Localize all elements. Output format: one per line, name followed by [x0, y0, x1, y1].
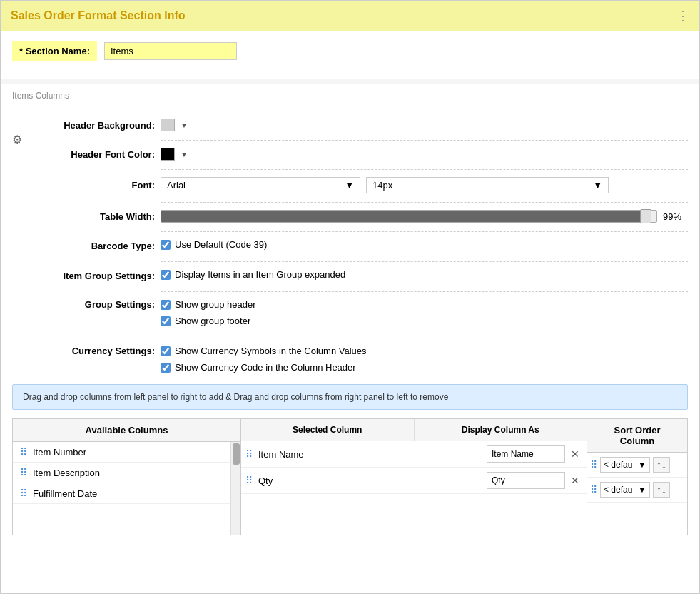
- sort-order-panel: Sort Order Column ⠿ < defau ▼ ↑↓ ⠿: [587, 419, 687, 535]
- items-columns-header: Items Columns: [12, 91, 69, 101]
- sort-rows: ⠿ < defau ▼ ↑↓ ⠿ < defau ▼: [587, 453, 687, 503]
- remove-button[interactable]: ✕: [568, 473, 582, 488]
- header-background-row: Header Background: ▼: [34, 119, 688, 131]
- table-width-label: Table Width:: [34, 211, 155, 222]
- currency-symbols-checkbox[interactable]: [161, 346, 171, 356]
- available-columns-header: Available Columns: [13, 419, 240, 442]
- display-as-input[interactable]: [487, 446, 565, 463]
- dnd-info-text: Drag and drop columns from left panel to…: [23, 392, 448, 402]
- show-group-header-checkbox[interactable]: [161, 300, 171, 310]
- show-group-footer-text: Show group footer: [175, 316, 250, 326]
- section-name-label: * Section Name:: [12, 41, 97, 61]
- sort-select[interactable]: < defau ▼: [600, 482, 650, 498]
- font-size-dropdown-icon: ▼: [593, 180, 602, 191]
- item-group-checkbox[interactable]: [161, 270, 171, 280]
- table-width-row: Table Width: 99%: [34, 210, 688, 223]
- header-background-swatch[interactable]: [161, 119, 175, 131]
- item-group-text: Display Items in an Item Group expanded: [175, 269, 345, 280]
- selected-item-name: Qty: [255, 475, 484, 486]
- drag-handle-icon: ⠿: [590, 484, 597, 495]
- section-name-row: * Section Name:: [12, 41, 688, 61]
- selected-panel: Selected Column Display Column As ⠿ Item…: [241, 419, 587, 535]
- drag-handle-icon: ⠿: [20, 467, 27, 478]
- header-font-color-swatch[interactable]: [161, 148, 175, 161]
- display-as-input[interactable]: [487, 472, 565, 489]
- group-settings-row: Group Settings: Show group header Show g…: [34, 299, 688, 329]
- header-background-label: Header Background:: [34, 120, 155, 131]
- slider-container: 99%: [161, 210, 688, 223]
- list-item[interactable]: ⠿ Fulfillment Date: [13, 483, 230, 504]
- sort-order-button[interactable]: ↑↓: [653, 457, 670, 473]
- title-bar: Sales Order Format Section Info ⋮: [1, 1, 699, 31]
- barcode-type-label: Barcode Type:: [34, 241, 155, 251]
- currency-settings-label: Currency Settings:: [34, 346, 155, 356]
- sort-dropdown-icon: ▼: [638, 460, 646, 470]
- available-item-label: Fulfillment Date: [33, 488, 97, 499]
- page-title: Sales Order Format Section Info: [11, 9, 186, 22]
- currency-code-row: Show Currency Code in the Column Header: [161, 362, 367, 373]
- font-dropdown-icon: ▼: [345, 180, 354, 191]
- selected-column-header: Selected Column: [241, 419, 415, 441]
- settings-area: ⚙ Header Background: ▼ Header Font Color…: [12, 119, 688, 376]
- currency-code-text: Show Currency Code in the Column Header: [175, 362, 356, 373]
- group-footer-row: Show group footer: [161, 316, 255, 326]
- sort-order-header: Sort Order Column: [587, 419, 687, 453]
- columns-area: Available Columns ⠿ Item Number ⠿ Item D…: [12, 418, 688, 535]
- sort-select[interactable]: < defau ▼: [600, 457, 650, 473]
- header-font-color-row: Header Font Color: ▼: [34, 148, 688, 161]
- item-group-checkbox-row: Display Items in an Item Group expanded: [161, 269, 345, 280]
- table-width-value: 99%: [663, 211, 688, 222]
- selected-rows: ⠿ Item Name ✕ ⠿ Qty ✕: [241, 441, 587, 494]
- drag-handle-icon: ⠿: [20, 488, 27, 499]
- group-settings-checkboxes: Show group header Show group footer: [161, 299, 255, 329]
- list-item[interactable]: ⠿ Item Number: [13, 442, 230, 463]
- list-item[interactable]: ⠿ Item Description: [13, 463, 230, 483]
- available-item-label: Item Number: [33, 447, 86, 458]
- table-width-slider[interactable]: [161, 210, 657, 223]
- available-scrollbar[interactable]: [230, 442, 240, 535]
- header-font-color-dropdown[interactable]: ▼: [181, 151, 188, 158]
- font-value: Arial: [167, 180, 186, 191]
- main-window: Sales Order Format Section Info ⋮ * Sect…: [0, 0, 700, 594]
- sort-value: < defau: [604, 460, 632, 470]
- header-background-dropdown[interactable]: ▼: [181, 121, 188, 129]
- available-panel-content: ⠿ Item Number ⠿ Item Description ⠿ Fulfi…: [13, 442, 240, 535]
- selected-row: ⠿ Qty ✕: [241, 468, 587, 494]
- barcode-type-checkbox[interactable]: [161, 240, 171, 250]
- sort-dropdown-icon: ▼: [638, 485, 646, 495]
- available-item-label: Item Description: [33, 468, 100, 478]
- font-label: Font:: [34, 180, 155, 191]
- sort-value: < defau: [604, 485, 632, 495]
- header-font-color-label: Header Font Color:: [34, 149, 155, 160]
- drag-handle-icon: ⠿: [245, 448, 253, 460]
- font-select[interactable]: Arial ▼: [161, 177, 360, 193]
- dnd-info-box: Drag and drop columns from left panel to…: [12, 384, 688, 410]
- drag-handle-icon: ⠿: [590, 459, 597, 470]
- available-columns-list[interactable]: ⠿ Item Number ⠿ Item Description ⠿ Fulfi…: [13, 442, 230, 535]
- group-settings-label: Group Settings:: [34, 299, 155, 310]
- item-group-label: Item Group Settings:: [34, 271, 155, 281]
- barcode-type-row: Barcode Type: Use Default (Code 39): [34, 239, 688, 253]
- sort-order-button[interactable]: ↑↓: [653, 482, 670, 498]
- currency-symbols-row: Show Currency Symbols in the Column Valu…: [161, 346, 367, 356]
- barcode-checkbox-row: Use Default (Code 39): [161, 239, 267, 250]
- group-header-row: Show group header: [161, 299, 255, 310]
- selected-row: ⠿ Item Name ✕: [241, 441, 587, 468]
- currency-checkboxes: Show Currency Symbols in the Column Valu…: [161, 346, 367, 376]
- drag-handle-icon: ⠿: [245, 475, 253, 486]
- remove-button[interactable]: ✕: [568, 447, 582, 461]
- main-content: * Section Name: Items Columns ⚙ Header B…: [1, 31, 699, 593]
- font-size-select[interactable]: 14px ▼: [366, 177, 609, 193]
- font-row: Font: Arial ▼ 14px ▼: [34, 177, 688, 193]
- font-size-value: 14px: [372, 180, 392, 191]
- available-panel: Available Columns ⠿ Item Number ⠿ Item D…: [13, 419, 241, 535]
- more-options-icon[interactable]: ⋮: [676, 8, 689, 24]
- item-group-row: Item Group Settings: Display Items in an…: [34, 269, 688, 283]
- selected-item-name: Item Name: [255, 449, 484, 460]
- display-column-header: Display Column As: [415, 419, 587, 441]
- section-name-input[interactable]: [104, 42, 237, 60]
- show-group-footer-checkbox[interactable]: [161, 316, 171, 326]
- currency-code-checkbox[interactable]: [161, 363, 171, 373]
- drag-handle-icon: ⠿: [20, 446, 27, 458]
- gear-button[interactable]: ⚙: [12, 133, 22, 146]
